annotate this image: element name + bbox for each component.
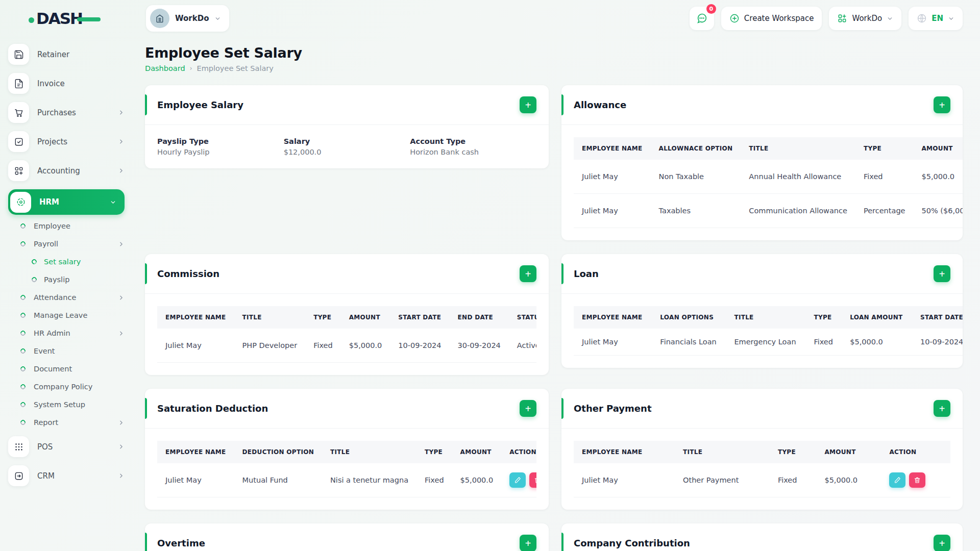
main-content: Employee Set Salary Dashboard › Employee… <box>145 37 963 551</box>
create-workspace-button[interactable]: Create Workspace <box>721 7 822 30</box>
card-title: Other Payment <box>574 403 652 414</box>
column-header: AMOUNT <box>816 441 881 463</box>
field-label: Payslip Type <box>157 137 284 145</box>
top-header: DASH WorkDo 0 Create Workspace WorkDo <box>0 0 980 37</box>
add-allowance-button[interactable]: + <box>934 96 950 113</box>
sidebar-item-label: HR Admin <box>34 329 70 337</box>
bullet-icon <box>19 240 27 247</box>
add-company-contribution-button[interactable]: + <box>934 535 950 551</box>
sidebar-item-payslip[interactable]: Payslip <box>32 276 125 284</box>
bullet-icon <box>31 276 38 283</box>
column-header: TYPE <box>416 441 452 463</box>
messages-button[interactable]: 0 <box>690 7 714 30</box>
card-title: Overtime <box>157 538 205 548</box>
sidebar-item-payroll[interactable]: Payroll <box>20 240 125 248</box>
table-cell: Juliet May <box>157 329 234 363</box>
table-cell: Juliet May <box>157 463 234 497</box>
sidebar-item-crm[interactable]: CRM <box>8 465 125 486</box>
chevron-down-icon <box>214 15 221 22</box>
saturation-deduction-card: Saturation Deduction + EMPLOYEE NAMEDEDU… <box>145 389 549 510</box>
edit-button[interactable] <box>889 472 905 488</box>
card-title: Saturation Deduction <box>157 403 268 414</box>
sidebar-item-retainer[interactable]: Retainer <box>8 44 125 65</box>
column-header: TYPE <box>855 137 914 160</box>
sidebar-item-label: Attendance <box>34 293 76 302</box>
language-selector[interactable]: EN <box>909 7 963 30</box>
workspace-label: WorkDo <box>175 14 209 23</box>
sidebar-item-label: Set salary <box>44 258 81 266</box>
chevron-right-icon <box>118 294 125 301</box>
workspace-switcher[interactable]: WorkDo <box>146 5 229 32</box>
sidebar-item-attendance[interactable]: Attendance <box>20 293 125 302</box>
table-row: Juliet MayFinancials LoanEmergency LoanF… <box>574 329 963 356</box>
bullet-icon <box>19 294 27 301</box>
chevron-down-icon <box>948 15 954 22</box>
allowance-table: EMPLOYEE NAMEALLOWNACE OPTIONTITLETYPEAM… <box>574 137 963 228</box>
sidebar-item-invoice[interactable]: Invoice <box>8 73 125 94</box>
column-header: TITLE <box>726 306 805 329</box>
delete-button[interactable] <box>909 472 925 488</box>
table-cell: Active <box>509 329 536 363</box>
sidebar-item-label: Payslip <box>44 276 69 284</box>
projects-icon <box>8 131 29 152</box>
table-cell: Fixed <box>770 463 817 497</box>
sidebar-item-projects[interactable]: Projects <box>8 131 125 152</box>
breadcrumb-dashboard-link[interactable]: Dashboard <box>145 64 185 72</box>
column-header: EMPLOYEE NAME <box>157 306 234 329</box>
column-header: EMPLOYEE NAME <box>157 441 234 463</box>
globe-icon <box>917 13 927 23</box>
add-saturation-deduction-button[interactable]: + <box>520 400 536 417</box>
hrm-icon <box>10 192 31 213</box>
edit-button[interactable] <box>509 472 526 488</box>
sidebar-item-system-setup[interactable]: System Setup <box>20 400 125 409</box>
column-header: TITLE <box>322 441 416 463</box>
dash-logo[interactable]: DASH <box>29 9 101 28</box>
bullet-icon <box>19 312 27 319</box>
sidebar-item-event[interactable]: Event <box>20 347 125 355</box>
add-other-payment-button[interactable]: + <box>934 400 950 417</box>
sidebar-item-report[interactable]: Report <box>20 418 125 427</box>
sidebar-item-set-salary[interactable]: Set salary <box>32 258 125 266</box>
column-header: END DATE <box>450 306 509 329</box>
chevron-right-icon: › <box>190 65 192 72</box>
loan-table: EMPLOYEE NAMELOAN OPTIONSTITLETYPELOAN A… <box>574 306 963 356</box>
sidebar-item-label: Event <box>34 347 55 355</box>
table-cell: Fixed <box>805 329 842 356</box>
sidebar-item-accounting[interactable]: Accounting <box>8 160 125 181</box>
saturation-deduction-table: EMPLOYEE NAMEDEDUCTION OPTIONTITLETYPEAM… <box>157 441 536 497</box>
sidebar-item-company-policy[interactable]: Company Policy <box>20 383 125 391</box>
sidebar-item-employee[interactable]: Employee <box>20 222 125 230</box>
table-cell: Fixed <box>855 160 914 194</box>
add-commission-button[interactable]: + <box>520 265 536 282</box>
company-contribution-card: Company Contribution + <box>561 523 963 551</box>
logo-dot <box>29 17 34 23</box>
language-label: EN <box>932 14 943 23</box>
table-cell: 30-09-2024 <box>450 329 509 363</box>
sidebar-item-label: Accounting <box>37 166 80 176</box>
card-title: Loan <box>574 268 599 279</box>
column-header: AMOUNT <box>341 306 390 329</box>
column-header: ACTION <box>881 441 950 463</box>
app-switcher-label: WorkDo <box>852 14 882 23</box>
add-employee-salary-button[interactable]: + <box>520 96 536 113</box>
sidebar-item-hr-admin[interactable]: HR Admin <box>20 329 125 337</box>
sidebar-item-pos[interactable]: POS <box>8 436 125 457</box>
sidebar-item-label: Company Policy <box>34 383 92 391</box>
column-header: EMPLOYEE NAME <box>574 137 651 160</box>
app-switcher-button[interactable]: WorkDo <box>829 7 901 30</box>
column-header: AMOUNT <box>452 441 502 463</box>
card-title: Employee Salary <box>157 99 243 110</box>
sidebar-item-hrm[interactable]: HRM <box>8 189 125 215</box>
sidebar-item-purchases[interactable]: Purchases <box>8 102 125 123</box>
delete-button[interactable] <box>529 472 536 488</box>
grid-plus-icon <box>837 13 847 23</box>
sidebar-item-manage-leave[interactable]: Manage Leave <box>20 311 125 319</box>
add-overtime-button[interactable]: + <box>520 535 536 551</box>
field-value: Horizon Bank cash <box>410 148 536 156</box>
table-row: Juliet MayMutual FundNisi a tenetur magn… <box>157 463 536 497</box>
sidebar-item-document[interactable]: Document <box>20 365 125 373</box>
chevron-down-icon <box>110 199 116 206</box>
chevron-right-icon <box>118 167 125 174</box>
add-loan-button[interactable]: + <box>934 265 950 282</box>
column-header: STATUS <box>509 306 536 329</box>
